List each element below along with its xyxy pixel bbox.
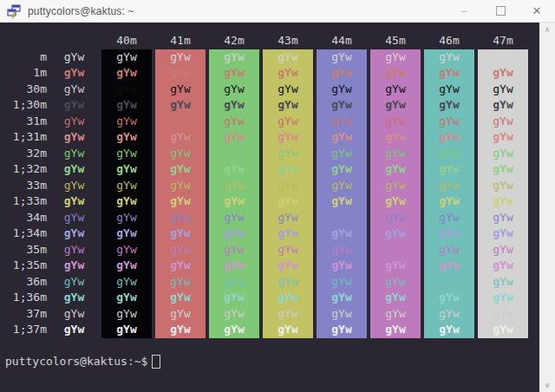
color-cell: gYw (263, 242, 313, 258)
color-cell-default-bg: gYw (47, 274, 101, 291)
terminal-cursor (152, 355, 160, 369)
color-cell: gYw (209, 161, 259, 178)
color-cell: gYw (155, 290, 206, 306)
color-cell: gYw (317, 210, 367, 226)
colortest-row: 1;35mgYwgYwgYwgYwgYwgYwgYwgYwgYw (5, 258, 539, 274)
color-cell: gYw (263, 82, 313, 98)
color-cell: gYw (478, 242, 528, 258)
color-cell: gYw (317, 65, 367, 82)
color-cell: gYw (263, 274, 313, 291)
color-cell: gYw (209, 97, 259, 114)
color-cell: gYw (424, 82, 474, 98)
color-cell: gYw (101, 146, 152, 162)
color-cell: gYw (370, 97, 421, 114)
color-cell: gYw (424, 274, 474, 291)
putty-app-icon (7, 4, 21, 18)
color-cell-default-bg: gYw (47, 193, 101, 210)
color-cell: gYw (209, 258, 259, 274)
minimize-button[interactable]: – (446, 0, 482, 22)
colortest-row: 1mgYwgYwgYwgYwgYwgYwgYwgYwgYw (5, 65, 539, 82)
color-cell: gYw (370, 178, 421, 194)
color-cell: gYw (424, 97, 474, 114)
titlebar[interactable]: puttycolors@kaktus: ~ – ✕ (0, 0, 555, 23)
color-cell: gYw (370, 274, 421, 291)
terminal[interactable]: 40m41m42m43m44m45m46m47mmgYwgYwgYwgYwgYw… (0, 23, 539, 392)
color-cell: gYw (317, 225, 367, 242)
color-cell: gYw (155, 210, 206, 226)
color-cell: gYw (317, 258, 367, 274)
color-cell: gYw (317, 322, 367, 338)
color-cell: gYw (155, 65, 206, 82)
color-cell: gYw (155, 242, 206, 258)
color-cell: gYw (155, 161, 206, 178)
color-cell: gYw (424, 161, 474, 178)
color-cell-default-bg: gYw (47, 242, 101, 258)
color-cell: gYw (263, 114, 313, 130)
colortest-row: 35mgYwgYwgYwgYwgYwgYwgYwgYwgYw (5, 242, 539, 258)
color-cell: gYw (155, 258, 206, 274)
color-cell: gYw (101, 65, 152, 82)
row-label: 34m (5, 210, 47, 226)
color-cell: gYw (424, 129, 474, 146)
color-cell: gYw (209, 178, 259, 194)
color-cell-default-bg: gYw (47, 306, 101, 323)
color-cell: gYw (101, 161, 152, 178)
scroll-up-icon[interactable]: ∧ (539, 23, 555, 36)
color-cell: gYw (263, 97, 313, 114)
colortest-row: 30mgYwgYwgYwgYwgYwgYwgYwgYwgYw (5, 82, 539, 98)
color-cell-default-bg: gYw (47, 225, 101, 242)
scroll-down-icon[interactable]: ∨ (539, 378, 555, 392)
color-cell: gYw (317, 161, 367, 178)
color-cell: gYw (317, 82, 367, 98)
color-cell: gYw (370, 210, 421, 226)
colortest-row: 31mgYwgYwgYwgYwgYwgYwgYwgYwgYw (5, 114, 539, 130)
color-cell: gYw (101, 322, 152, 338)
bg-column-header: 46m (424, 33, 474, 49)
color-cell: gYw (317, 114, 367, 130)
color-cell: gYw (478, 178, 528, 194)
row-label: 1;32m (5, 161, 47, 178)
color-cell: gYw (424, 49, 474, 66)
row-label: 30m (5, 82, 47, 98)
color-cell: gYw (263, 210, 313, 226)
color-cell: gYw (478, 258, 528, 274)
color-cell: gYw (478, 274, 528, 291)
color-cell: gYw (317, 49, 367, 66)
color-cell: gYw (209, 193, 259, 210)
color-cell: gYw (263, 193, 313, 210)
color-cell: gYw (101, 306, 152, 323)
color-cell: gYw (101, 290, 152, 306)
colortest-row: 1;32mgYwgYwgYwgYwgYwgYwgYwgYwgYw (5, 161, 539, 178)
colortest-row: 1;37mgYwgYwgYwgYwgYwgYwgYwgYwgYw (5, 322, 539, 338)
row-label: 1;33m (5, 193, 47, 210)
colortest-header-row: 40m41m42m43m44m45m46m47m (5, 33, 539, 49)
bg-column-header: 41m (155, 33, 206, 49)
color-cell: gYw (370, 290, 421, 306)
maximize-button[interactable] (482, 0, 519, 22)
colortest-row: 36mgYwgYwgYwgYwgYwgYwgYwgYwgYw (5, 274, 539, 291)
color-cell: gYw (155, 322, 206, 338)
putty-window: puttycolors@kaktus: ~ – ✕ 40m41m42m43m44… (0, 0, 555, 392)
color-cell: gYw (317, 274, 367, 291)
color-cell-default-bg: gYw (47, 161, 101, 178)
color-cell: gYw (478, 193, 528, 210)
color-cell: gYw (317, 129, 367, 146)
blank-line (5, 338, 539, 355)
scrollbar[interactable]: ∧ ∨ (539, 23, 555, 392)
color-cell: gYw (263, 65, 313, 82)
color-cell: gYw (155, 97, 206, 114)
color-cell-default-bg: gYw (47, 114, 101, 130)
color-cell: gYw (209, 49, 259, 66)
color-cell: gYw (209, 306, 259, 323)
color-cell: gYw (424, 178, 474, 194)
color-cell: gYw (209, 225, 259, 242)
color-cell: gYw (478, 225, 528, 242)
color-cell: gYw (370, 82, 421, 98)
color-cell: gYw (478, 146, 528, 162)
color-cell-default-bg: gYw (47, 82, 101, 98)
close-button[interactable]: ✕ (519, 0, 555, 22)
color-cell-default-bg: gYw (47, 146, 101, 162)
color-cell: gYw (478, 129, 528, 146)
window-title: puttycolors@kaktus: ~ (28, 5, 134, 17)
color-cell: gYw (478, 210, 528, 226)
